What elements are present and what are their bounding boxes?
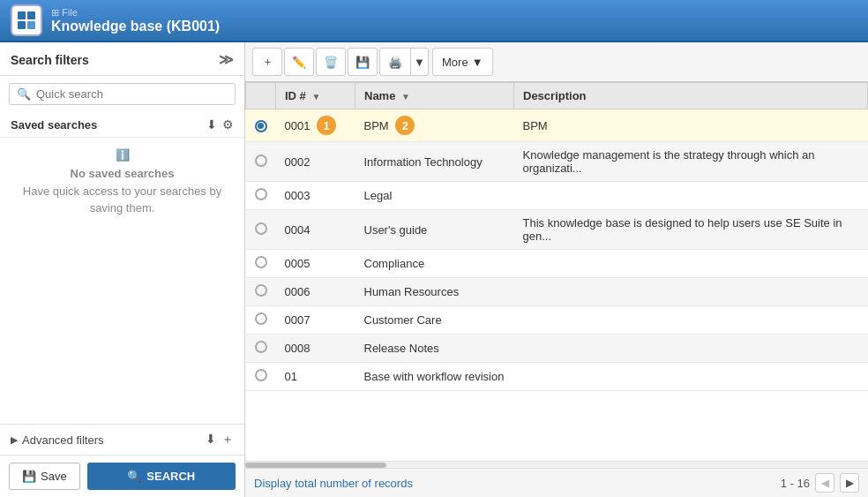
row-name-cell: User's guide [355,210,514,250]
table-row[interactable]: 0006Human Resources [246,278,868,306]
saved-searches-header: Saved searches ⬇ ⚙ [0,112,244,138]
row-id-cell: 0008 [276,335,355,363]
search-filters-header: Search filters ≫ [0,42,244,76]
quick-search-wrapper[interactable]: 🔍 [9,83,236,105]
table-row[interactable]: 0004User's guideThis knowledge base is d… [246,210,868,250]
content-area: ＋ ✏️ 🗑️ 💾 🖨️ ▼ More ▼ [245,42,868,497]
printer-icon: 🖨️ [388,56,402,69]
sidebar: Search filters ≫ 🔍 Saved searches ⬇ ⚙ ℹ️… [0,42,245,497]
search-button[interactable]: 🔍 SEARCH [87,463,236,490]
svg-rect-2 [18,21,26,29]
row-select-cell[interactable] [246,109,276,142]
chevron-down-icon: ▼ [414,56,425,69]
radio-button[interactable] [255,120,267,132]
table-row[interactable]: 0002Information TechnologyKnowledge mana… [246,142,868,182]
col-name-header[interactable]: Name ▼ [355,83,514,109]
row-desc-cell [514,278,868,306]
table-row[interactable]: 0005Compliance [246,250,868,278]
table-header-row: ID # ▼ Name ▼ Description [246,83,868,109]
row-desc-cell [514,335,868,363]
file-label: ⊞ File [51,7,220,19]
table-footer: Display total number of records 1 - 16 ◀… [245,468,868,497]
save-record-button[interactable]: 💾 [348,48,378,76]
row-id-cell: 0005 [276,250,355,278]
row-id-cell: 0004 [276,210,355,250]
radio-button[interactable] [255,341,267,353]
radio-button[interactable] [255,188,267,200]
row-select-cell[interactable] [246,278,276,306]
badge-1: 1 [317,116,336,135]
prev-page-button[interactable]: ◀ [815,473,834,493]
col-desc-header: Description [514,83,868,109]
advanced-filters-toggle[interactable]: ▶ Advanced filters [11,433,104,447]
svg-rect-3 [27,21,35,29]
row-desc-cell: Knowledge management is the strategy thr… [514,142,868,182]
row-select-cell[interactable] [246,182,276,210]
row-select-cell[interactable] [246,335,276,363]
save-button[interactable]: 💾 Save [9,463,80,490]
app-header: ⊞ File Knowledge base (KB001) [0,0,868,42]
print-dropdown-arrow[interactable]: ▼ [410,48,428,76]
pagination-info: 1 - 16 [781,477,810,490]
saved-searches-title: Saved searches [11,118,97,132]
edit-button[interactable]: ✏️ [284,48,314,76]
radio-button[interactable] [255,284,267,297]
row-select-cell[interactable] [246,210,276,250]
plus-icon: ＋ [262,54,273,70]
add-button[interactable]: ＋ [252,48,282,76]
col-id-header[interactable]: ID # ▼ [276,83,355,109]
more-label: More [442,56,468,69]
id-sort-icon: ▼ [311,92,320,102]
table-row[interactable]: 0003Legal [246,182,868,210]
row-select-cell[interactable] [246,363,276,391]
table-row[interactable]: 0008Release Notes [246,335,868,363]
row-desc-cell [514,182,868,210]
delete-button[interactable]: 🗑️ [316,48,346,76]
download-icon[interactable]: ⬇ [206,117,217,132]
advanced-filters-row: ▶ Advanced filters ⬇ ＋ [0,424,244,455]
print-button[interactable]: 🖨️ [380,48,410,76]
collapse-icon[interactable]: ≫ [219,51,234,68]
table-row[interactable]: 0007Customer Care [246,306,868,335]
row-desc-cell [514,306,868,335]
row-name-cell: BPM 2 [355,109,514,142]
row-name-cell: Human Resources [355,278,514,306]
svg-rect-0 [18,11,26,19]
floppy-icon: 💾 [355,56,370,69]
row-select-cell[interactable] [246,250,276,278]
row-select-cell[interactable] [246,142,276,182]
next-page-button[interactable]: ▶ [840,473,859,493]
badge-2: 2 [395,116,415,135]
display-total-link[interactable]: Display total number of records [254,477,413,490]
radio-button[interactable] [255,222,267,235]
more-arrow-icon: ▼ [472,56,483,69]
table-row[interactable]: 01Base with workflow revision [246,363,868,391]
search-input[interactable] [36,87,228,101]
radio-button[interactable] [255,313,267,325]
chevron-right-icon: ▶ [11,434,18,446]
more-button[interactable]: More ▼ [432,48,493,76]
pencil-icon: ✏️ [292,56,306,69]
toolbar: ＋ ✏️ 🗑️ 💾 🖨️ ▼ More ▼ [245,42,868,82]
main-container: Search filters ≫ 🔍 Saved searches ⬇ ⚙ ℹ️… [0,42,868,497]
saved-searches-icons: ⬇ ⚙ [206,117,234,132]
save-floppy-icon: 💾 [22,470,36,483]
name-sort-icon: ▼ [401,92,410,102]
horizontal-scrollbar[interactable] [245,461,868,468]
sidebar-footer: 💾 Save 🔍 SEARCH [0,455,244,497]
advanced-filter-icons: ⬇ ＋ [206,432,234,448]
table-container[interactable]: ID # ▼ Name ▼ Description 0001 1BPM 2BPM… [245,82,868,461]
row-select-cell[interactable] [246,306,276,335]
radio-button[interactable] [255,154,267,167]
row-name-cell: Release Notes [355,335,514,363]
settings-icon[interactable]: ⚙ [222,117,234,132]
table-row[interactable]: 0001 1BPM 2BPM [246,109,868,142]
radio-button[interactable] [255,369,267,381]
no-saved-text: No saved searches Have quick access to y… [9,165,236,217]
row-id-cell: 0006 [276,278,355,306]
no-saved-searches: ℹ️ No saved searches Have quick access t… [0,138,244,221]
row-id-cell: 01 [276,363,355,391]
adv-add-icon[interactable]: ＋ [221,432,234,448]
adv-download-icon[interactable]: ⬇ [206,432,216,448]
radio-button[interactable] [255,256,267,268]
